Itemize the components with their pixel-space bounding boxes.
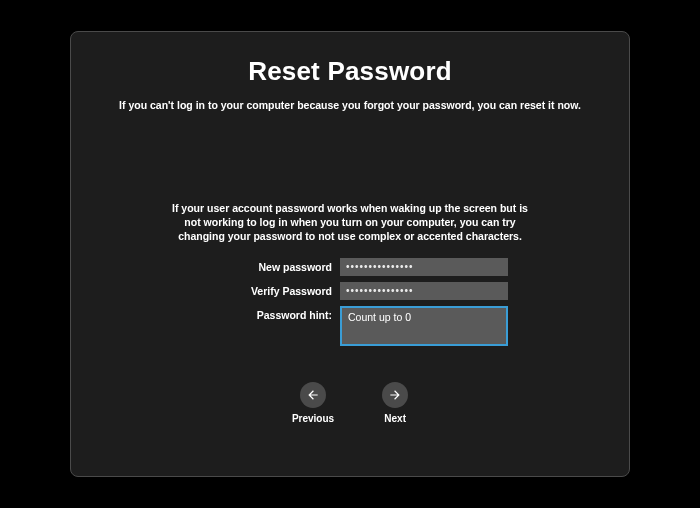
password-hint-row: Password hint:: [192, 306, 508, 346]
new-password-label: New password: [192, 258, 332, 273]
new-password-row: New password: [192, 258, 508, 276]
previous-label: Previous: [292, 413, 334, 424]
help-text: If your user account password works when…: [165, 201, 535, 244]
verify-password-row: Verify Password: [192, 282, 508, 300]
verify-password-input[interactable]: [340, 282, 508, 300]
previous-button[interactable]: Previous: [292, 382, 334, 424]
next-button[interactable]: Next: [382, 382, 408, 424]
arrow-left-icon: [300, 382, 326, 408]
nav-buttons: Previous Next: [292, 382, 408, 424]
page-title: Reset Password: [248, 56, 452, 87]
verify-password-label: Verify Password: [192, 282, 332, 297]
new-password-input[interactable]: [340, 258, 508, 276]
password-form: New password Verify Password Password hi…: [192, 258, 508, 346]
password-hint-label: Password hint:: [192, 306, 332, 321]
password-hint-input[interactable]: [340, 306, 508, 346]
next-label: Next: [384, 413, 406, 424]
page-subtitle: If you can't log in to your computer bec…: [119, 99, 581, 111]
reset-password-panel: Reset Password If you can't log in to yo…: [70, 31, 630, 477]
arrow-right-icon: [382, 382, 408, 408]
